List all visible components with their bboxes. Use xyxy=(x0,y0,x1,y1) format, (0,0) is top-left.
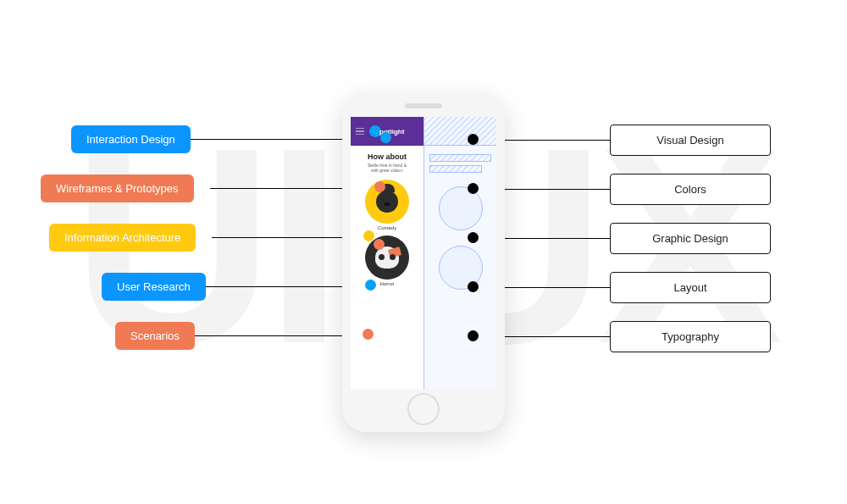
connector-dot xyxy=(374,239,385,250)
connector-dot xyxy=(468,330,479,341)
label-layout: Layout xyxy=(610,272,771,303)
horror-icon xyxy=(365,235,409,280)
label-typography: Typography xyxy=(610,321,771,352)
category-label: Horror xyxy=(379,281,394,286)
category-comedy: Comedy xyxy=(356,180,418,230)
connector-dot xyxy=(365,280,376,291)
wireframe-block xyxy=(429,165,482,173)
wireframe-text-blocks xyxy=(424,146,496,173)
connector-dot xyxy=(468,134,479,145)
connector-dot xyxy=(380,132,391,143)
label-info-arch: Information Architecture xyxy=(49,224,196,252)
label-interaction-design: Interaction Design xyxy=(71,125,191,153)
label-graphic-design: Graphic Design xyxy=(610,223,771,254)
label-colors: Colors xyxy=(610,174,771,205)
hamburger-icon xyxy=(356,128,364,136)
screen-rendered-half: potlight How about Settle time in hand &… xyxy=(351,117,424,390)
label-visual-design: Visual Design xyxy=(610,125,771,156)
screen-wireframe-half xyxy=(424,117,496,390)
connector-dot xyxy=(374,181,385,192)
wireframe-header xyxy=(424,117,496,146)
phone-screen: potlight How about Settle time in hand &… xyxy=(351,117,496,390)
connector-dot xyxy=(468,183,479,194)
diagram-container: potlight How about Settle time in hand &… xyxy=(0,0,847,504)
connector-dot xyxy=(468,232,479,243)
label-user-research: User Research xyxy=(102,273,206,301)
label-wireframes: Wireframes & Prototypes xyxy=(41,174,194,202)
wireframe-circles xyxy=(424,173,496,303)
connector-dot xyxy=(468,281,479,292)
category-grid: Comedy Horror xyxy=(351,173,424,293)
comedy-icon xyxy=(365,180,409,224)
content-area: How about Settle time in hand & with gre… xyxy=(351,146,424,173)
label-scenarios: Scenarios xyxy=(115,322,195,350)
connector-dot xyxy=(363,230,374,241)
phone-mockup: potlight How about Settle time in hand &… xyxy=(342,93,505,432)
wireframe-block xyxy=(429,154,491,162)
category-horror: Horror xyxy=(356,235,418,286)
connector-line xyxy=(190,335,368,336)
screen-subtext: Settle time in hand & with great video r xyxy=(356,163,418,173)
connector-dot xyxy=(363,329,374,340)
screen-heading: How about xyxy=(356,152,418,161)
category-label: Comedy xyxy=(378,225,396,230)
